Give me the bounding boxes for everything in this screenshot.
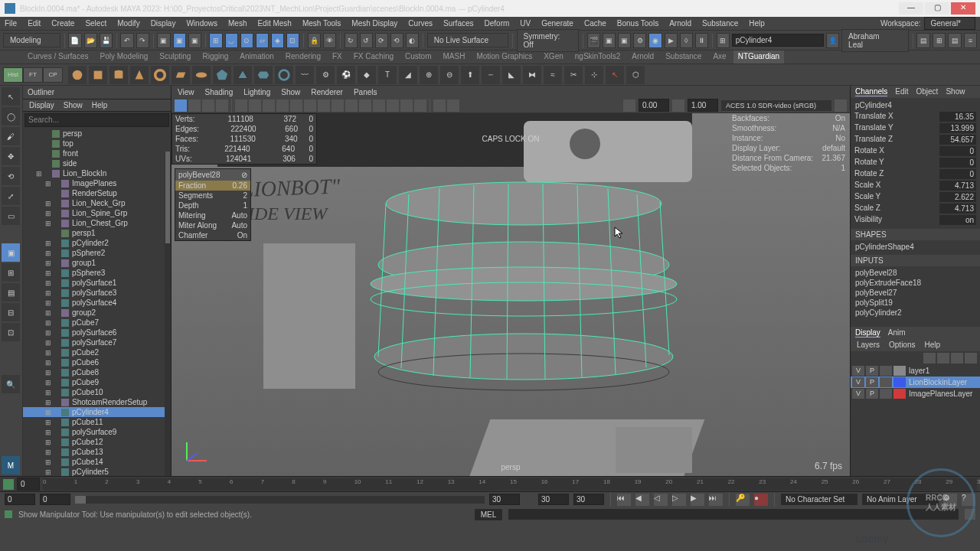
shelf-tab-motion-graphics[interactable]: Motion Graphics: [472, 51, 537, 64]
outliner-tree[interactable]: persptopfrontside⊞Lion_BlockIn⊞ImagePlan…: [23, 129, 171, 476]
playblast-icon[interactable]: ▶: [665, 33, 678, 48]
menu-substance[interactable]: Substance: [702, 19, 738, 28]
play-start-icon[interactable]: ⏮: [617, 494, 631, 506]
shelf-tab-animation[interactable]: Animation: [235, 51, 278, 64]
maya-icon[interactable]: M: [2, 456, 20, 474]
poly-helix-icon[interactable]: 〰: [296, 66, 314, 84]
mode-dropdown[interactable]: Modeling: [3, 33, 60, 47]
view-menu-lighting[interactable]: Lighting: [243, 88, 270, 96]
open-scene-icon[interactable]: 📂: [84, 33, 97, 48]
time-ruler[interactable]: 0123456789101112131415161718192021222324…: [43, 478, 977, 491]
anim-layers-tab[interactable]: Anim: [888, 328, 906, 337]
poly-platonic-icon[interactable]: [213, 66, 231, 84]
command-input[interactable]: [508, 509, 959, 520]
view-menu-panels[interactable]: Panels: [354, 88, 377, 96]
pause-icon[interactable]: ⏸: [695, 33, 708, 48]
history3-icon[interactable]: ⟳: [375, 33, 388, 48]
lasso-tool-icon[interactable]: ◯: [2, 107, 20, 126]
range-end-inner[interactable]: [489, 494, 520, 505]
persp-outliner-icon[interactable]: ⊟: [2, 303, 20, 321]
shape-item[interactable]: pCylinderShape4: [854, 242, 977, 252]
shaded-icon[interactable]: [332, 99, 344, 112]
safe-action-icon[interactable]: [290, 99, 302, 112]
outliner-item-lion_spine_grp[interactable]: ⊞Lion_Spine_Grp: [23, 208, 171, 218]
poly-cone-icon[interactable]: [130, 66, 149, 84]
range-start-outer[interactable]: [5, 494, 35, 505]
lights-icon[interactable]: [359, 99, 371, 112]
play-fwd-icon[interactable]: ▷: [672, 494, 686, 506]
input-polycylinder2[interactable]: polyCylinder2: [854, 308, 977, 318]
bevel-icon[interactable]: ◣: [502, 66, 521, 84]
channels-tab[interactable]: Channels: [855, 87, 887, 96]
select-component-icon[interactable]: ▣: [188, 33, 201, 48]
viewport-settings-icon[interactable]: [835, 99, 847, 112]
snap-curve-icon[interactable]: ◡: [225, 33, 238, 48]
target-weld-icon[interactable]: ⊹: [585, 66, 603, 84]
layer-imageplaneslayer[interactable]: VPImagePlanesLayer: [851, 388, 980, 399]
history2-icon[interactable]: ↺: [360, 33, 373, 48]
layers-help-menu[interactable]: Help: [924, 341, 940, 350]
shelf-tab-sculpting[interactable]: Sculpting: [155, 51, 195, 64]
layer-lionblockinlayer[interactable]: VPLionBlockinLayer: [851, 377, 980, 388]
outliner-scrollbar[interactable]: [165, 152, 171, 476]
modeling-toolkit-icon[interactable]: ≡: [964, 33, 977, 48]
channel-scale-z[interactable]: Scale Z4.713: [854, 203, 977, 214]
range-bar[interactable]: [75, 496, 485, 504]
outliner-search[interactable]: Search...: [24, 113, 169, 127]
outliner-item-polysurface9[interactable]: ⊞polySurface9: [23, 427, 171, 437]
snap-view-icon[interactable]: ⊡: [286, 33, 299, 48]
film-gate-icon[interactable]: [249, 99, 261, 112]
lock-camera-icon[interactable]: [188, 99, 201, 112]
input-polysplit19[interactable]: polySplit19: [854, 298, 977, 308]
menu-mesh-tools[interactable]: Mesh Tools: [302, 19, 341, 28]
shelf-tab-mash[interactable]: MASH: [438, 51, 469, 64]
mirror-icon[interactable]: ⧓: [523, 66, 541, 84]
menu-modify[interactable]: Modify: [117, 19, 139, 28]
menu-mesh-display[interactable]: Mesh Display: [351, 19, 397, 28]
layers-menu[interactable]: Layers: [857, 341, 880, 350]
outliner-item-psphere3[interactable]: ⊞pSphere3: [23, 268, 171, 278]
outliner-item-polysurface1[interactable]: ⊞polySurface1: [23, 278, 171, 288]
menu-cache[interactable]: Cache: [584, 19, 606, 28]
history4-icon[interactable]: ⟲: [390, 33, 403, 48]
shelf-tab-fx[interactable]: FX: [328, 51, 347, 64]
wireframe-icon[interactable]: [318, 99, 330, 112]
outliner-item-pcube2[interactable]: ⊞pCube2: [23, 347, 171, 357]
res-gate-icon[interactable]: [263, 99, 275, 112]
current-frame-field[interactable]: [17, 478, 40, 491]
outliner-item-pcube9[interactable]: ⊞pCube9: [23, 377, 171, 387]
channel-rotate-z[interactable]: Rotate Z0: [854, 168, 977, 180]
cp-toggle[interactable]: CP: [43, 67, 63, 83]
poly-type-icon[interactable]: T: [378, 66, 397, 84]
snap-live-icon[interactable]: ◈: [271, 33, 284, 48]
scale-tool-icon[interactable]: ⤢: [2, 187, 20, 205]
poly-pyramid-icon[interactable]: [234, 66, 252, 84]
outliner-item-pcube8[interactable]: ⊞pCube8: [23, 367, 171, 377]
gamma-icon[interactable]: [672, 99, 684, 112]
snap-point-icon[interactable]: ⊙: [240, 33, 253, 48]
motion-blur-icon[interactable]: [400, 99, 413, 112]
snap-grid-icon[interactable]: ⊞: [209, 33, 222, 48]
input-polybevel28[interactable]: polyBevel28: [854, 268, 977, 278]
layer-layer1[interactable]: VPlayer1: [851, 365, 980, 377]
layers-options-menu[interactable]: Options: [889, 341, 915, 350]
channel-translate-z[interactable]: Translate Z54.657: [854, 134, 977, 145]
outliner-item-lion_chest_grp[interactable]: ⊞Lion_Chest_Grp: [23, 218, 171, 228]
outliner-item-side[interactable]: side: [23, 158, 171, 168]
redo-icon[interactable]: ↷: [136, 33, 149, 48]
history5-icon[interactable]: ◐: [406, 33, 419, 48]
shelf-tab-rendering[interactable]: Rendering: [281, 51, 325, 64]
poly-soccer-icon[interactable]: ⚽: [337, 66, 355, 84]
view-menu-shading[interactable]: Shading: [205, 88, 234, 96]
select-object-icon[interactable]: ▣: [173, 33, 186, 48]
object-tab[interactable]: Object: [916, 87, 939, 96]
shadows-icon[interactable]: [373, 99, 385, 112]
shelf-tab-ntguardian[interactable]: NTGuardian: [733, 51, 784, 64]
object-name[interactable]: pCylinder4: [854, 99, 977, 111]
channel-translate-x[interactable]: Translate X16.35: [854, 111, 977, 122]
smooth-icon[interactable]: ≈: [544, 66, 562, 84]
step-back-icon[interactable]: ◀: [635, 494, 649, 506]
arrow-icon[interactable]: ↖: [606, 66, 624, 84]
select-tool-icon[interactable]: ↖: [2, 87, 20, 106]
range-handle[interactable]: [75, 496, 86, 504]
